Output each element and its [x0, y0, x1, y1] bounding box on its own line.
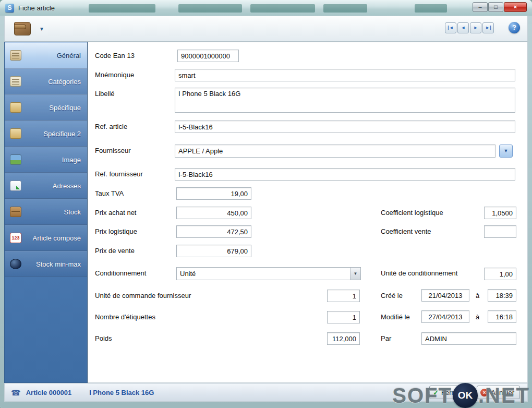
poids-input[interactable]	[327, 332, 360, 345]
maximize-button[interactable]: □	[488, 2, 503, 12]
glass-reflection	[415, 4, 447, 13]
prix-logistique-input[interactable]	[176, 225, 251, 238]
record-navigation: |◄ ◄ ► ►|	[445, 22, 494, 33]
window-frame: ▼ |◄ ◄ ► ►| ? Général Catégories	[0, 16, 532, 408]
prix-vente-label: Prix de vente	[95, 247, 135, 255]
sidebar-item-stock[interactable]: Stock	[5, 199, 87, 225]
ean-input[interactable]	[177, 50, 239, 62]
coeff-logistique-input[interactable]	[484, 207, 516, 219]
cree-le-sep: à	[476, 292, 479, 299]
prix-vente-input[interactable]	[176, 245, 251, 257]
article-form-window: S Fiche article – □ × ▼ |◄ ◄ ► ►| ?	[0, 0, 532, 408]
ref-fournisseur-input[interactable]	[175, 168, 515, 181]
folder-icon	[10, 102, 21, 113]
fournisseur-label: Fournisseur	[95, 147, 131, 154]
annuler-button-label: Annuler	[491, 389, 514, 397]
sidebar-item-specifique[interactable]: Spécifique	[5, 94, 87, 121]
close-button[interactable]: ×	[504, 2, 527, 12]
stock-box-icon	[10, 207, 21, 217]
sidebar-item-categories[interactable]: Catégories	[5, 68, 87, 94]
first-record-button[interactable]: |◄	[445, 22, 456, 33]
sidebar-item-specifique-2[interactable]: Spécifique 2	[5, 121, 87, 147]
window-title: Fiche article	[18, 4, 55, 12]
sidebar-item-label: Spécifique 2	[21, 130, 81, 138]
poids-label: Poids	[95, 334, 112, 342]
previous-record-button[interactable]: ◄	[457, 22, 469, 33]
nb-etiquettes-label: Nombre d'étiquettes	[95, 313, 155, 321]
annuler-button[interactable]: × Annuler	[477, 386, 520, 399]
folder-icon	[10, 128, 21, 139]
sidebar-item-label: Spécifique	[21, 104, 81, 112]
prix-achat-input[interactable]	[176, 207, 251, 219]
wallet-icon[interactable]	[14, 22, 31, 35]
mnemonique-input[interactable]	[175, 69, 515, 81]
cree-le-label: Créé le	[381, 292, 403, 299]
mnemonique-label: Mnémonique	[95, 71, 134, 79]
prix-achat-label: Prix achat net	[95, 209, 137, 217]
statusbar: ☎ Article 000001 I Phone 5 Black 16G ✓ F…	[4, 383, 528, 402]
conditionnement-value: Unité	[177, 270, 350, 278]
coeff-vente-label: Coefficient vente	[381, 227, 431, 235]
toolbar: ▼ |◄ ◄ ► ►| ?	[4, 16, 528, 42]
help-button[interactable]: ?	[509, 22, 520, 33]
sidebar-item-label: Général	[21, 52, 81, 59]
cancel-x-icon: ×	[480, 389, 488, 397]
general-form: Code Ean 13 Mnémonique Libellé I Phone 5…	[88, 42, 528, 383]
modifie-le-date-input[interactable]	[421, 310, 469, 323]
libelle-label: Libellé	[95, 90, 115, 98]
minimize-button[interactable]: –	[473, 2, 488, 12]
sidebar-item-adresses[interactable]: Adresses	[5, 173, 87, 199]
modifie-le-sep: à	[476, 313, 479, 321]
libelle-textarea[interactable]: I Phone 5 Black 16G	[175, 88, 515, 113]
titlebar: S Fiche article – □ ×	[0, 0, 532, 16]
app-logo-icon: S	[5, 4, 14, 13]
ref-article-label: Ref. article	[95, 123, 127, 130]
sidebar-item-article-compose[interactable]: 123 Article composé	[5, 225, 87, 251]
sidebar-item-image[interactable]: Image	[5, 147, 87, 173]
taux-tva-label: Taux TVA	[95, 189, 124, 197]
sidebar-item-label: Stock	[21, 208, 81, 216]
window-controls: – □ ×	[473, 2, 527, 12]
prix-logistique-label: Prix logistique	[95, 227, 137, 235]
article-id: Article 000001	[26, 389, 71, 397]
sidebar-item-label: Stock min-max	[21, 260, 81, 268]
sidebar-item-label: Image	[21, 156, 81, 164]
conditionnement-label: Conditionnement	[95, 269, 146, 277]
glass-reflection	[89, 4, 155, 13]
fermer-button[interactable]: ✓ Fermer	[429, 386, 469, 399]
fournisseur-input[interactable]	[175, 145, 495, 158]
cree-le-date-input[interactable]	[421, 289, 469, 302]
taux-tva-input[interactable]	[176, 187, 251, 200]
article-status-icon: ☎	[11, 389, 21, 397]
modifie-le-time-input[interactable]	[488, 310, 516, 323]
glass-reflection	[178, 4, 242, 13]
unite-commande-input[interactable]	[327, 290, 360, 302]
ref-article-input[interactable]	[175, 121, 515, 133]
cree-le-time-input[interactable]	[488, 289, 516, 302]
fournisseur-dropdown-button[interactable]: ▼	[499, 145, 513, 158]
toolbar-dropdown-arrow-icon[interactable]: ▼	[39, 26, 44, 32]
sidebar: Général Catégories Spécifique Spécifique…	[4, 42, 88, 383]
categories-list-icon	[10, 76, 21, 87]
general-card-icon	[10, 50, 21, 61]
coeff-vente-input[interactable]	[484, 225, 516, 238]
par-label: Par	[381, 334, 391, 342]
article-name: I Phone 5 Black 16G	[89, 389, 154, 397]
last-record-button[interactable]: ►|	[482, 22, 494, 33]
sidebar-item-general[interactable]: Général	[5, 42, 87, 68]
body: Général Catégories Spécifique Spécifique…	[4, 42, 528, 383]
sphere-icon	[10, 259, 21, 269]
sidebar-item-stock-min-max[interactable]: Stock min-max	[5, 251, 87, 277]
unite-commande-label: Unité de commande fournisseur	[95, 292, 191, 299]
conditionnement-select[interactable]: Unité ▼	[176, 267, 361, 280]
ref-fournisseur-label: Ref. fournisseur	[95, 170, 143, 178]
numbers-badge-icon: 123	[10, 233, 21, 243]
sidebar-item-label: Article composé	[21, 234, 81, 242]
nb-etiquettes-input[interactable]	[327, 311, 360, 323]
unite-conditionnement-label: Unité de conditionnement	[381, 269, 457, 277]
modifie-le-label: Modifié le	[381, 313, 410, 321]
next-record-button[interactable]: ►	[470, 22, 481, 33]
par-input[interactable]	[421, 332, 516, 345]
ean-label: Code Ean 13	[95, 52, 135, 59]
unite-conditionnement-input[interactable]	[484, 268, 516, 280]
